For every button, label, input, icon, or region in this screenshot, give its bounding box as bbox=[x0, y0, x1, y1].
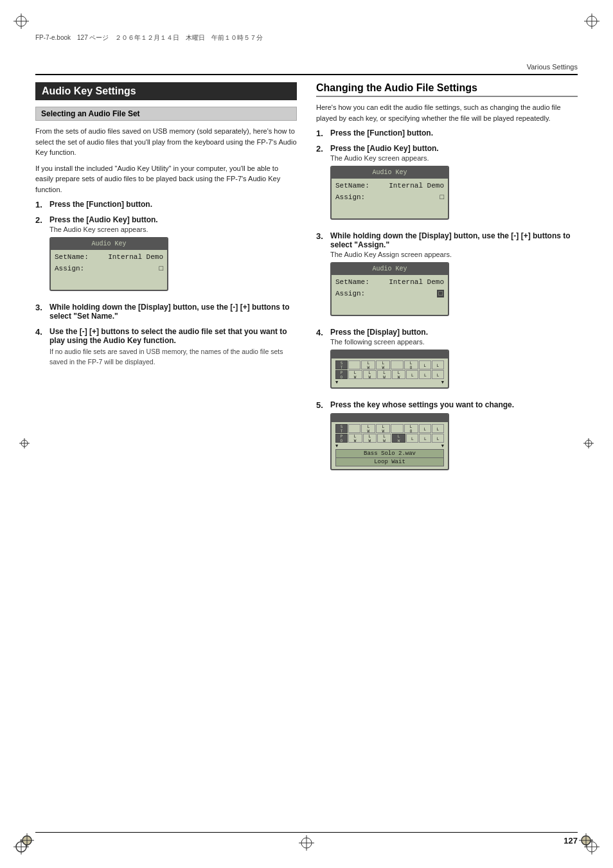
page-container: FP-7-e.book 127 ページ ２０６年１２月１４日 木曜日 午前１０時… bbox=[0, 0, 613, 868]
kbd-cell bbox=[391, 424, 403, 433]
filename-bar: Bass Solo 2.wav bbox=[335, 449, 444, 458]
left-step-3: 3. While holding down the [Display] butt… bbox=[35, 303, 297, 322]
step-bold: While holding down the [Display] button,… bbox=[330, 231, 578, 249]
step-sub: The Audio Key screen appears. bbox=[49, 226, 297, 233]
step-num: 2. bbox=[316, 144, 326, 154]
main-title-right: Changing the Audio File Settings bbox=[316, 82, 578, 97]
left-column: Audio Key Settings Selecting an Audio Fi… bbox=[35, 82, 297, 482]
kbd-arrows: ▼ ▼ bbox=[335, 380, 444, 385]
kbd-cell: L bbox=[406, 370, 418, 379]
lcd-screen-right-2: Audio Key SetName:Internal Demo Assign: … bbox=[330, 262, 449, 316]
right-mid-mark bbox=[582, 437, 595, 452]
bottom-center-mark bbox=[297, 833, 316, 855]
lcd-setname-val: Internal Demo bbox=[108, 252, 163, 263]
lcd-row-2: Assign: □ bbox=[335, 192, 444, 204]
right-step-3: 3. While holding down the [Display] butt… bbox=[316, 231, 578, 323]
step-bold: Press the [Display] button. bbox=[330, 328, 578, 337]
intro-text-2: If you install the included "Audio Key U… bbox=[35, 163, 297, 195]
kbd-cell-dark: PO bbox=[335, 370, 348, 379]
lcd-row-2: Assign: □ bbox=[335, 288, 444, 300]
left-mid-mark bbox=[18, 437, 31, 452]
kbd-cell-black: ST bbox=[335, 360, 348, 369]
kbd-cell bbox=[348, 424, 360, 433]
lcd-title: Audio Key bbox=[332, 263, 448, 275]
filename-text: Bass Solo 2.wav bbox=[364, 450, 416, 457]
kbd-cell: LW bbox=[392, 370, 406, 379]
step-num: 5. bbox=[316, 400, 326, 410]
kbd-cell: LW bbox=[376, 360, 390, 369]
bottom-right-mark bbox=[577, 831, 595, 852]
step-sub: The Audio Key screen appears. bbox=[330, 154, 578, 162]
kbd-cell: LO bbox=[404, 424, 418, 433]
step-num: 4. bbox=[35, 327, 46, 337]
step-content: Press the [Audio Key] button. The Audio … bbox=[49, 215, 297, 297]
lcd-setname-label: SetName: bbox=[55, 252, 89, 263]
step-content: Press the key whose settings you want to… bbox=[330, 400, 578, 477]
lcd-keyboard-screen-1: ST LW LW LO L L PO LW bbox=[330, 350, 449, 389]
kbd-cell: L bbox=[419, 360, 431, 369]
lcd-keyboard-title bbox=[332, 351, 448, 359]
kbd-cell-dark2: ST bbox=[335, 424, 348, 433]
page-number: 127 bbox=[564, 836, 578, 846]
lcd-row-1: SetName:Internal Demo bbox=[55, 252, 163, 263]
right-step-4: 4. Press the [Display] button. The follo… bbox=[316, 328, 578, 395]
kbd-cell bbox=[391, 360, 403, 369]
top-rule bbox=[35, 74, 578, 75]
step-num: 3. bbox=[316, 231, 326, 241]
step-num: 1. bbox=[35, 200, 46, 209]
lcd-row-1: SetName:Internal Demo bbox=[335, 181, 444, 192]
lcd-title: Audio Key bbox=[51, 238, 167, 250]
kbd-cell-dark2: PO bbox=[335, 434, 348, 443]
step-bold: Use the [-] [+] buttons to select the au… bbox=[49, 327, 297, 345]
header-bar: FP-7-e.book 127 ページ ２０６年１２月１４日 木曜日 午前１０時… bbox=[35, 33, 578, 42]
kbd-cell: LW bbox=[363, 434, 377, 443]
bottom-rule bbox=[35, 832, 578, 833]
step-content: Use the [-] [+] buttons to select the au… bbox=[49, 327, 297, 367]
step-content: While holding down the [Display] button,… bbox=[330, 231, 578, 323]
right-step-2: 2. Press the [Audio Key] button. The Aud… bbox=[316, 144, 578, 226]
lcd-assign-val: □ bbox=[112, 263, 163, 275]
step-bold: Press the [Function] button. bbox=[49, 200, 297, 209]
header-text: FP-7-e.book 127 ページ ２０６年１２月１４日 木曜日 午前１０時… bbox=[35, 34, 263, 41]
step-bold: Press the [Audio Key] button. bbox=[49, 215, 297, 224]
step-body: If no audio file sets are saved in USB m… bbox=[49, 348, 283, 366]
keyboard-row-white-2: PO LW LW LW LW L L L bbox=[335, 434, 444, 443]
keyboard-row-black-2: ST LW LW LO L L bbox=[335, 424, 444, 433]
corner-mark-tl bbox=[12, 12, 31, 31]
step-bold: Press the [Audio Key] button. bbox=[330, 144, 578, 153]
lcd-screen-right-1: Audio Key SetName:Internal Demo Assign: … bbox=[330, 166, 449, 220]
lcd-row-1: SetName:Internal Demo bbox=[335, 277, 444, 288]
kbd-cell: LW bbox=[363, 370, 377, 379]
sub-title-left: Selecting an Audio File Set bbox=[35, 107, 297, 121]
main-title-left: Audio Key Settings bbox=[35, 82, 297, 100]
step-sub: The Audio Key Assign screen appears. bbox=[330, 251, 578, 258]
kbd-cell: LW bbox=[376, 424, 390, 433]
step-bold: While holding down the [Display] button,… bbox=[49, 303, 297, 321]
kbd-cell: LW bbox=[377, 434, 391, 443]
main-columns: Audio Key Settings Selecting an Audio Fi… bbox=[35, 82, 578, 482]
kbd-cell bbox=[348, 360, 360, 369]
kbd-cell: L bbox=[419, 370, 431, 379]
kbd-cell: L bbox=[432, 370, 444, 379]
step-content: Press the [Audio Key] button. The Audio … bbox=[330, 144, 578, 226]
lcd-assign-label: Assign: bbox=[55, 263, 84, 275]
step-bold: Press the [Function] button. bbox=[330, 128, 578, 137]
lcd-title: Audio Key bbox=[332, 167, 448, 179]
intro-text-1: From the sets of audio files saved on US… bbox=[35, 126, 297, 158]
step-bold: Press the key whose settings you want to… bbox=[330, 400, 578, 409]
left-step-1: 1. Press the [Function] button. bbox=[35, 200, 297, 210]
kbd-cell: L bbox=[419, 424, 431, 433]
lcd-keyboard-screen-2: ST LW LW LO L L PO LW bbox=[330, 413, 449, 470]
right-step-1: 1. Press the [Function] button. bbox=[316, 128, 578, 139]
right-column: Changing the Audio File Settings Here's … bbox=[316, 82, 578, 482]
lcd-keyboard-title2 bbox=[332, 414, 448, 422]
keyboard-row-black: ST LW LW LO L L bbox=[335, 360, 444, 369]
loop-wait-bar: Loop Wait bbox=[335, 458, 444, 466]
keyboard-row-white: PO LW LW LW LW L L L bbox=[335, 370, 444, 379]
lcd-row-2: Assign: □ bbox=[55, 263, 163, 275]
step-num: 2. bbox=[35, 215, 46, 225]
kbd-cell: L bbox=[432, 360, 444, 369]
step-num: 1. bbox=[316, 128, 326, 138]
kbd-cell: L bbox=[406, 434, 418, 443]
kbd-cell: LO bbox=[404, 360, 418, 369]
